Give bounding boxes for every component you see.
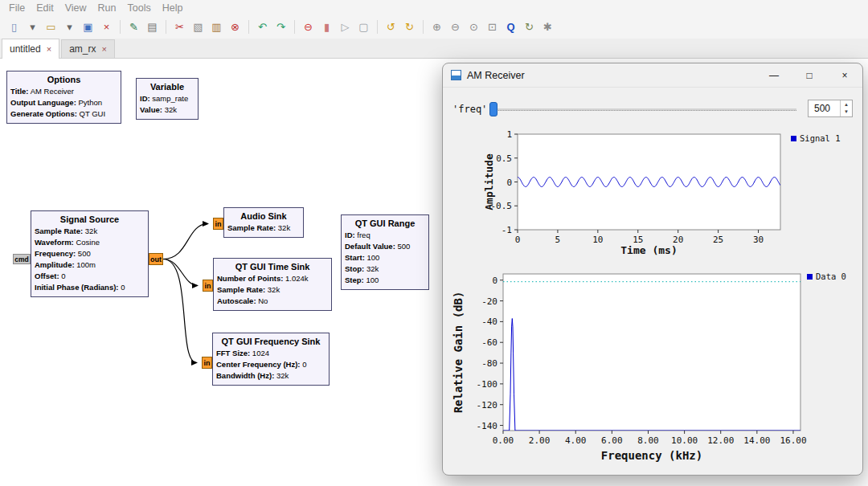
new-file-dropdown-icon[interactable]: ▾ — [24, 18, 41, 35]
maximize-button[interactable]: □ — [792, 63, 827, 87]
menu-edit[interactable]: Edit — [31, 2, 59, 14]
port-out[interactable]: out — [149, 253, 163, 265]
menu-view[interactable]: View — [59, 2, 92, 14]
close-tab-icon[interactable]: × — [98, 18, 115, 35]
copy-icon[interactable]: ▧ — [190, 18, 207, 35]
svg-text:Time (ms): Time (ms) — [620, 244, 677, 256]
connection-signal-to-audio[interactable] — [163, 224, 208, 259]
execute-icon[interactable]: ▷ — [337, 18, 354, 35]
menu-tools[interactable]: Tools — [122, 2, 157, 14]
zoom-fit-icon[interactable]: ⊙ — [465, 18, 482, 35]
svg-text:0: 0 — [515, 235, 521, 245]
close-button[interactable]: × — [827, 63, 862, 87]
connection-signal-to-freqsink[interactable] — [163, 259, 197, 363]
refresh-icon[interactable]: ↻ — [521, 18, 538, 35]
tools-icon[interactable]: ✱ — [539, 18, 556, 35]
undo-icon[interactable]: ↶ — [254, 18, 271, 35]
save-icon[interactable]: ▣ — [80, 18, 96, 35]
am-receiver-window[interactable]: AM Receiver — □ × 'freq' 500 ▲ ▼ 0510152… — [442, 63, 863, 476]
find-block-icon[interactable]: Q — [502, 18, 519, 35]
block-title: Audio Sink — [227, 210, 300, 223]
freq-slider-handle[interactable] — [489, 102, 497, 116]
block-param: Generate Options: QT GUI — [10, 108, 117, 120]
open-file-icon[interactable]: ▭ — [43, 18, 59, 35]
port-in-time-sink[interactable]: in — [203, 280, 213, 292]
svg-text:10: 10 — [592, 235, 603, 245]
svg-text:10.00: 10.00 — [671, 435, 698, 446]
cut-icon[interactable]: ✂ — [171, 18, 188, 35]
connect-bus-icon[interactable]: ↺ — [383, 18, 399, 35]
svg-text:25: 25 — [713, 235, 723, 245]
freq-slider-groove[interactable] — [489, 108, 796, 111]
menu-run[interactable]: Run — [92, 2, 122, 14]
block-qt-gui-time-sink[interactable]: QT GUI Time Sink Number of Points: 1.024… — [213, 258, 332, 311]
block-param: Waveform: Cosine — [35, 237, 145, 248]
block-param: Title: AM Receiver — [10, 86, 117, 97]
svg-text:Signal 1: Signal 1 — [800, 133, 841, 143]
tab-bar: untitled × am_rx × — [0, 39, 868, 59]
kill-icon[interactable]: ▢ — [355, 18, 372, 35]
block-audio-sink[interactable]: Audio Sink Sample Rate: 32k — [223, 207, 304, 238]
frequency-plot[interactable]: 0.002.004.006.008.0010.0012.0014.0016.00… — [451, 264, 862, 465]
port-cmd[interactable]: cmd — [13, 254, 31, 264]
tab-am-rx[interactable]: am_rx × — [61, 39, 115, 58]
window-title-bar[interactable]: AM Receiver — □ × — [443, 63, 862, 88]
errors-icon[interactable]: ⊖ — [300, 18, 317, 35]
open-file-dropdown-icon[interactable]: ▾ — [61, 18, 78, 35]
paste-icon[interactable]: ▥ — [208, 18, 225, 35]
toolbar-separator — [166, 20, 166, 34]
block-param: Sample Rate: 32k — [35, 226, 145, 237]
spin-down-icon[interactable]: ▼ — [844, 108, 849, 116]
block-param: Offset: 0 — [35, 271, 145, 282]
tab-label: untitled — [10, 43, 41, 55]
freq-slider[interactable] — [489, 100, 796, 118]
canvas-grid-icon[interactable]: ▤ — [144, 18, 161, 35]
reload-blocks-icon[interactable]: ▮ — [318, 18, 335, 35]
time-plot[interactable]: 05101520253010.50-0.5-1Time (ms)Amplitud… — [483, 129, 864, 264]
block-qt-gui-range[interactable]: QT GUI Range ID: freqDefault Value: 500S… — [341, 214, 429, 290]
delete-icon[interactable]: ⊗ — [227, 18, 244, 35]
block-qt-gui-frequency-sink[interactable]: QT GUI Frequency Sink FFT Size: 1024Cent… — [212, 333, 330, 386]
block-title: Options — [10, 74, 117, 86]
block-title: QT GUI Time Sink — [217, 261, 328, 273]
block-param: Value: 32k — [140, 104, 194, 116]
disconnect-bus-icon[interactable]: ↻ — [401, 18, 418, 35]
svg-text:6.00: 6.00 — [601, 435, 623, 446]
block-param: Frequency: 500 — [35, 248, 145, 259]
tab-untitled[interactable]: untitled × — [2, 39, 59, 59]
svg-text:Frequency (kHz): Frequency (kHz) — [601, 449, 702, 462]
block-param: Initial Phase (Radians): 0 — [35, 282, 145, 293]
port-in-audio-sink[interactable]: in — [213, 218, 223, 230]
window-title: AM Receiver — [467, 70, 756, 81]
connection-signal-to-timesink[interactable] — [163, 259, 198, 286]
tab-close-icon[interactable]: × — [47, 44, 51, 54]
zoom-out-icon[interactable]: ⊖ — [447, 18, 464, 35]
spin-up-icon[interactable]: ▲ — [844, 101, 849, 108]
menu-help[interactable]: Help — [157, 2, 189, 14]
freq-spinbox[interactable]: 500 ▲ ▼ — [808, 100, 853, 117]
toolbar-separator — [120, 20, 121, 34]
tab-close-icon[interactable]: × — [101, 44, 106, 54]
screen-capture-icon[interactable]: ✎ — [125, 18, 142, 35]
block-title: Variable — [140, 81, 194, 93]
svg-text:12.00: 12.00 — [707, 435, 734, 446]
block-signal-source[interactable]: Signal Source Sample Rate: 32kWaveform: … — [31, 210, 149, 297]
svg-text:-100: -100 — [477, 379, 498, 390]
toolbar: ▯▾▭▾▣×✎▤✂▧▥⊗↶↷⊖▮▷▢↺↻⊕⊖⊙⊡Q↻✱ — [0, 15, 868, 39]
zoom-in-icon[interactable]: ⊕ — [428, 18, 445, 35]
svg-text:4.00: 4.00 — [565, 435, 587, 446]
redo-icon[interactable]: ↷ — [272, 18, 289, 35]
freq-spinbox-value[interactable]: 500 — [814, 103, 840, 114]
block-param: ID: samp_rate — [140, 93, 194, 104]
block-param: FFT Size: 1024 — [216, 348, 326, 359]
block-options[interactable]: Options Title: AM ReceiverOutput Languag… — [6, 71, 121, 124]
svg-text:16.00: 16.00 — [780, 435, 806, 446]
new-file-icon[interactable]: ▯ — [6, 18, 23, 35]
snapshot-icon[interactable]: ⊡ — [484, 18, 501, 35]
menu-file[interactable]: File — [3, 2, 31, 14]
svg-text:-120: -120 — [477, 400, 498, 410]
minimize-button[interactable]: — — [756, 63, 792, 87]
svg-text:0.5: 0.5 — [496, 153, 512, 164]
port-in-frequency-sink[interactable]: in — [202, 357, 212, 369]
block-variable[interactable]: Variable ID: samp_rateValue: 32k — [136, 78, 199, 120]
